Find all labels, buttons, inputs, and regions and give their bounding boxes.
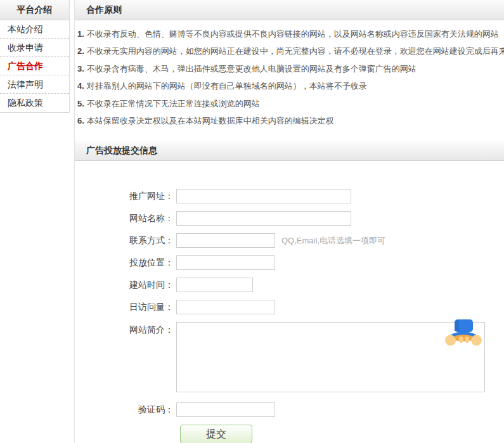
rule-number: 1. [77,29,84,39]
rule-number: 3. [77,64,84,74]
ad-position-label: 投放位置： [75,257,176,269]
daily-visits-label: 日访问量： [75,302,176,313]
rule-item: 5.不收录在正常情况下无法正常连接或浏览的网站 [77,95,504,112]
principles-section-title: 合作原则 [75,0,504,20]
site-age-label: 建站时间： [75,279,176,291]
form-row-daily-visits: 日访问量： [75,300,504,314]
ad-position-input[interactable] [176,255,275,270]
rule-number: 5. [77,99,84,108]
rule-text: 本站保留收录决定权以及在本站网址数据库中相关内容的编辑决定权 [87,116,334,125]
form-row-site-name: 网站名称： [75,211,504,226]
submit-row: 提交 [75,425,504,443]
rule-number: 2. [77,46,84,56]
site-intro-wrap [176,322,485,395]
rule-number: 4. [77,81,84,91]
rule-item: 6.本站保留收录决定权以及在本站网址数据库中相关内容的编辑决定权 [77,112,504,129]
sidebar-item-legal-notice[interactable]: 法律声明 [0,75,69,94]
ad-submission-form: 推广网址： 网站名称： 联系方式： QQ,Email,电话选填一项即可 投放位置… [75,189,504,443]
captcha-label: 验证码： [75,404,176,416]
main-panel: 合作原则 1.不收录有反动、色情、赌博等不良内容或提供不良内容链接的网站，以及网… [74,0,504,443]
sidebar: 平台介绍 本站介绍 收录申请 广告合作 法律声明 隐私政策 [0,0,70,113]
form-row-site-intro: 网站简介： [75,322,504,395]
site-intro-label: 网站简介： [75,322,176,336]
principles-list: 1.不收录有反动、色情、赌博等不良内容或提供不良内容链接的网站，以及网站名称或内… [75,20,504,129]
rule-text: 不收录无实用内容的网站，如您的网站正在建设中，尚无完整内容，请不必现在登录，欢迎… [87,46,504,56]
site-intro-textarea[interactable] [176,322,485,392]
promo-url-input[interactable] [176,189,351,203]
rule-text: 不收录在正常情况下无法正常连接或浏览的网站 [87,99,260,108]
rule-item: 1.不收录有反动、色情、赌博等不良内容或提供不良内容链接的网站，以及网站名称或内… [77,25,504,42]
rule-number: 6. [77,116,84,125]
sidebar-item-site-intro[interactable]: 本站介绍 [0,20,69,39]
form-row-site-age: 建站时间： [75,278,504,292]
submit-button[interactable]: 提交 [180,425,252,443]
form-row-contact: 联系方式： QQ,Email,电话选填一项即可 [75,233,504,248]
form-row-captcha: 验证码： [75,402,504,417]
contact-input[interactable] [176,233,275,248]
rule-text: 不收录含有病毒、木马，弹出插件或恶意更改他人电脑设置的网站及有多个弹窗广告的网站 [87,64,417,74]
ad-form-section-title: 广告投放提交信息 [75,141,504,161]
rule-item: 3.不收录含有病毒、木马，弹出插件或恶意更改他人电脑设置的网站及有多个弹窗广告的… [77,60,504,77]
site-name-label: 网站名称： [75,213,176,224]
promo-url-label: 推广网址： [75,191,176,202]
rule-text: 对挂靠别人的网站下的网站（即没有自己单独域名的网站），本站将不予收录 [87,81,367,91]
rule-text: 不收录有反动、色情、赌博等不良内容或提供不良内容链接的网站，以及网站名称或内容违… [87,29,499,39]
rule-item: 4.对挂靠别人的网站下的网站（即没有自己单独域名的网站），本站将不予收录 [77,77,504,94]
daily-visits-input[interactable] [176,300,275,314]
rule-item: 2.不收录无实用内容的网站，如您的网站正在建设中，尚无完整内容，请不必现在登录，… [77,42,504,60]
sidebar-title: 平台介绍 [0,0,69,20]
form-row-ad-position: 投放位置： [75,255,504,270]
contact-label: 联系方式： [75,235,176,247]
captcha-input[interactable] [176,402,275,417]
contact-hint: QQ,Email,电话选填一项即可 [281,235,385,247]
site-name-input[interactable] [176,211,351,226]
sidebar-item-ad-cooperation[interactable]: 广告合作 [0,57,69,75]
site-age-input[interactable] [176,278,253,292]
sidebar-item-privacy-policy[interactable]: 隐私政策 [0,94,69,112]
sidebar-item-inclusion-apply[interactable]: 收录申请 [0,39,69,57]
form-row-promo-url: 推广网址： [75,189,504,203]
